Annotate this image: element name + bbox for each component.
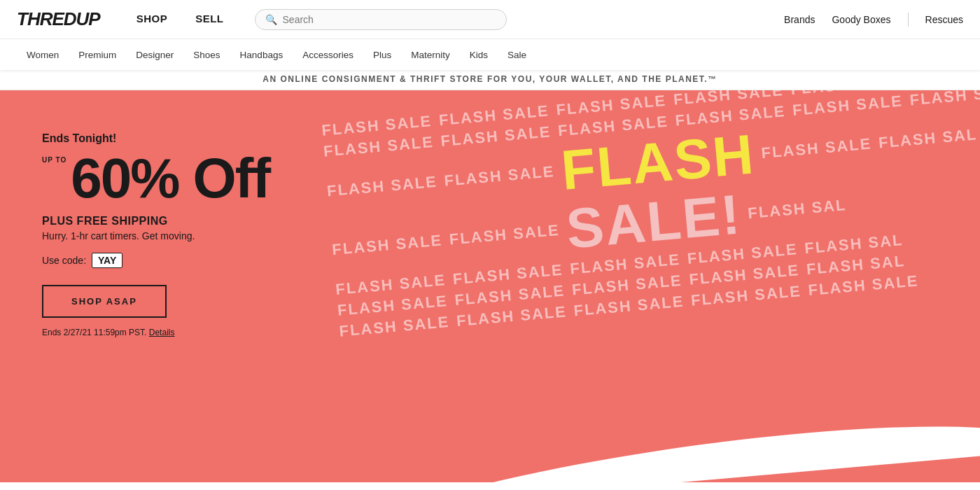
header-right: Brands Goody Boxes Rescues	[784, 13, 963, 27]
hero-left: Ends Tonight! UP TO 60% Off PLUS FREE SH…	[0, 90, 336, 482]
nav-shop[interactable]: SHOP	[122, 0, 182, 39]
hero-right: FLASH SALE FLASH SALE FLASH SALE FLASH S…	[320, 90, 980, 482]
sub-nav-designer[interactable]: Designer	[126, 39, 183, 70]
hurry-text: Hurry. 1-hr cart timers. Get moving.	[42, 230, 336, 241]
code-row: Use code: YAY	[42, 253, 336, 268]
shop-asap-button[interactable]: SHOP ASAP	[42, 285, 167, 318]
free-shipping-label: PLUS FREE SHIPPING	[42, 215, 336, 227]
nav-brands[interactable]: Brands	[784, 14, 815, 25]
promo-code: YAY	[92, 253, 122, 268]
flash-words: FLASH SALE FLASH SALE FLASH SALE FLASH S…	[320, 90, 980, 482]
sub-nav-plus[interactable]: Plus	[363, 39, 401, 70]
header: THREDUP SHOP SELL 🔍 Brands Goody Boxes R…	[0, 0, 980, 70]
search-input[interactable]	[283, 14, 496, 25]
header-top: THREDUP SHOP SELL 🔍 Brands Goody Boxes R…	[0, 0, 980, 39]
sub-nav-sale[interactable]: Sale	[498, 39, 536, 70]
sub-nav-premium[interactable]: Premium	[69, 39, 126, 70]
sub-nav-maternity[interactable]: Maternity	[401, 39, 460, 70]
discount-text: 60% Off	[71, 150, 270, 206]
header-divider	[908, 13, 909, 27]
logo[interactable]: THREDUP	[17, 8, 100, 30]
ends-date: Ends 2/27/21 11:59pm PST. Details	[42, 328, 336, 337]
search-bar: 🔍	[255, 9, 507, 30]
sub-nav-shoes[interactable]: Shoes	[183, 39, 230, 70]
sub-nav-accessories[interactable]: Accessories	[293, 39, 363, 70]
nav-sell[interactable]: SELL	[181, 0, 237, 39]
upto-row: UP TO 60% Off	[42, 150, 336, 206]
search-icon: 🔍	[265, 14, 277, 25]
details-link[interactable]: Details	[149, 328, 175, 337]
code-label: Use code:	[42, 255, 86, 266]
sub-nav: Women Premium Designer Shoes Handbags Ac…	[0, 39, 980, 70]
sub-nav-kids[interactable]: Kids	[460, 39, 498, 70]
main-nav: SHOP SELL	[122, 0, 238, 39]
nav-rescues[interactable]: Rescues	[925, 14, 963, 25]
ends-tonight-label: Ends Tonight!	[42, 132, 336, 145]
nav-goody-boxes[interactable]: Goody Boxes	[832, 14, 890, 25]
tagline-bar: An Online Consignment & Thrift Store For…	[0, 70, 980, 90]
sub-nav-women[interactable]: Women	[17, 39, 69, 70]
hero-section: Ends Tonight! UP TO 60% Off PLUS FREE SH…	[0, 90, 980, 482]
sub-nav-handbags[interactable]: Handbags	[230, 39, 293, 70]
upto-label: UP TO	[42, 156, 66, 164]
